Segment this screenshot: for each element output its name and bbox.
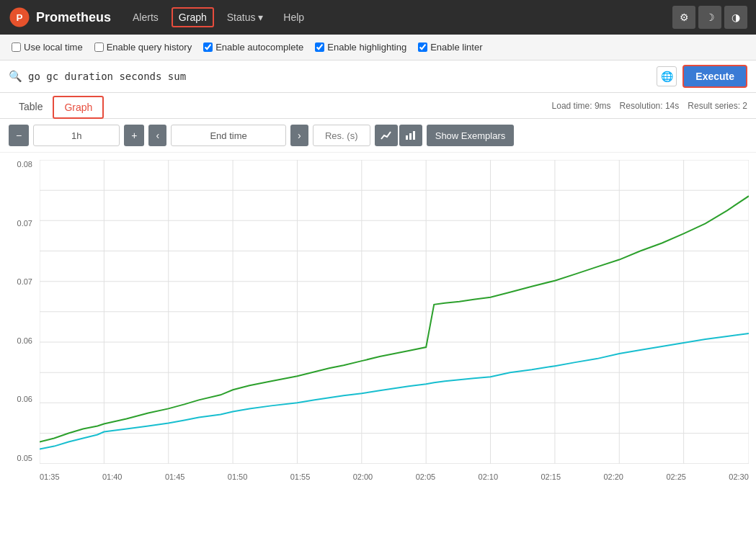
dark-mode-button[interactable]: ☽: [698, 6, 721, 29]
chart-svg: [40, 160, 749, 464]
load-time-stat: Load time: 9ms: [552, 101, 611, 111]
chart-line-2: [40, 333, 749, 449]
end-time-display[interactable]: End time: [171, 125, 286, 146]
execute-button[interactable]: Execute: [682, 65, 747, 88]
contrast-button[interactable]: ◑: [724, 6, 747, 29]
x-axis-labels: 01:35 01:40 01:45 01:50 01:55 02:00 02:0…: [40, 472, 749, 481]
graph-area: 0.08 0.07 0.07 0.06 0.06 0.05: [0, 153, 756, 484]
search-icon: 🔍: [9, 70, 22, 83]
bar-chart-button[interactable]: [399, 125, 422, 146]
navbar: P Prometheus Alerts Graph Status ▾ Help …: [0, 0, 756, 35]
use-local-time-checkbox[interactable]: [12, 42, 21, 52]
prev-time-button[interactable]: ‹: [148, 125, 166, 146]
plus-button[interactable]: +: [124, 125, 144, 146]
enable-linter-checkbox[interactable]: [418, 42, 427, 52]
line-chart-button[interactable]: [375, 125, 398, 146]
minus-button[interactable]: −: [9, 125, 29, 146]
svg-rect-2: [406, 135, 408, 140]
tabs-row: Table Graph Load time: 9ms Resolution: 1…: [0, 93, 756, 119]
svg-text:P: P: [16, 12, 22, 23]
enable-highlighting-checkbox[interactable]: [315, 42, 324, 52]
navbar-icons: ⚙ ☽ ◑: [672, 6, 747, 29]
y-axis-labels: 0.08 0.07 0.07 0.06 0.06 0.05: [0, 160, 36, 462]
resolution-stat: Resolution: 14s: [620, 101, 680, 111]
bar-chart-icon: [405, 130, 417, 141]
brand-name: Prometheus: [36, 10, 111, 25]
enable-autocomplete-label[interactable]: Enable autocomplete: [203, 42, 303, 53]
brand: P Prometheus: [9, 6, 111, 28]
enable-query-history-label[interactable]: Enable query history: [94, 42, 192, 53]
time-range-display: 1h: [33, 125, 120, 146]
use-local-time-label[interactable]: Use local time: [12, 42, 83, 53]
resolution-input[interactable]: [313, 125, 370, 146]
nav-graph[interactable]: Graph: [172, 7, 214, 27]
enable-autocomplete-checkbox[interactable]: [203, 42, 213, 52]
enable-query-history-checkbox[interactable]: [94, 42, 104, 52]
prometheus-logo: P: [9, 6, 30, 28]
nav-alerts[interactable]: Alerts: [125, 7, 166, 27]
enable-linter-label[interactable]: Enable linter: [418, 42, 482, 53]
search-bar: 🔍 🌐 Execute: [0, 60, 756, 93]
result-series-stat: Result series: 2: [688, 101, 747, 111]
line-chart-icon: [381, 130, 392, 141]
chart-line-1: [40, 196, 749, 441]
toolbar: Use local time Enable query history Enab…: [0, 35, 756, 60]
metrics-globe-button[interactable]: 🌐: [657, 66, 677, 86]
gear-button[interactable]: ⚙: [672, 6, 695, 29]
nav-status[interactable]: Status ▾: [220, 7, 271, 27]
tab-graph[interactable]: Graph: [53, 96, 104, 119]
stats-row: Load time: 9ms Resolution: 14s Result se…: [552, 101, 747, 114]
show-exemplars-button[interactable]: Show Exemplars: [427, 125, 515, 146]
svg-rect-4: [413, 131, 415, 140]
svg-rect-3: [409, 133, 412, 140]
chart-type-buttons: [375, 125, 422, 146]
search-input[interactable]: [28, 71, 651, 82]
next-time-button[interactable]: ›: [290, 125, 308, 146]
enable-highlighting-label[interactable]: Enable highlighting: [315, 42, 406, 53]
nav-help[interactable]: Help: [276, 7, 311, 27]
graph-controls: − 1h + ‹ End time › Show Exemplars: [0, 119, 756, 153]
tab-table[interactable]: Table: [9, 97, 53, 118]
